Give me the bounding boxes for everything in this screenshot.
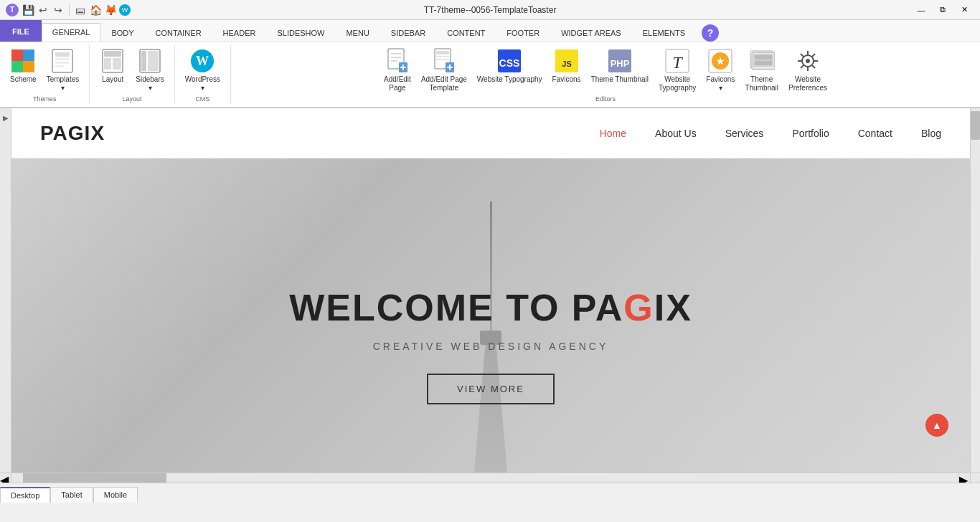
nav-services[interactable]: Services (725, 128, 764, 139)
horizontal-scrollbar[interactable]: ◀ ▶ (0, 473, 980, 483)
add-edit-page-template-button[interactable]: Add/Edit PageTemplate (417, 47, 471, 94)
wordpress-button[interactable]: W WordPress▾ (181, 47, 225, 94)
nav-home[interactable]: Home (600, 128, 626, 139)
title-bar: T 💾 ↩ ↪ 🖴 🏠 🦊 W TT-7theme--0056-Template… (0, 0, 980, 20)
add-edit-page-button[interactable]: Add/EditPage (380, 47, 415, 94)
restore-button[interactable]: ⧉ (933, 3, 953, 17)
svg-point-45 (806, 59, 810, 63)
add-edit-page-template-label: Add/Edit PageTemplate (421, 75, 467, 92)
nav-portfolio[interactable]: Portfolio (792, 128, 829, 139)
website-preferences-icon (795, 48, 821, 74)
editors-group-label: Editors (595, 95, 616, 103)
color-swatch-red (11, 49, 23, 61)
themes-group-label: Themes (33, 95, 57, 103)
svg-rect-2 (55, 58, 70, 60)
add-edit-page-template-icon (431, 48, 457, 74)
website-preferences-button[interactable]: WebsitePreferences (784, 47, 831, 94)
scroll-up-icon: ▲ (932, 419, 942, 431)
layout-group-label: Layout (122, 95, 141, 103)
svg-rect-4 (55, 65, 64, 67)
app-icon: T (6, 4, 19, 16)
svg-text:★: ★ (716, 56, 725, 67)
close-button[interactable]: ✕ (954, 3, 974, 17)
help-button[interactable]: ? (702, 24, 719, 42)
undo-icon[interactable]: ↩ (37, 4, 50, 16)
tab-menu[interactable]: MENU (335, 23, 380, 42)
ribbon-group-cms: W WordPress▾ CMS (175, 45, 231, 104)
svg-rect-8 (113, 58, 121, 70)
svg-rect-7 (104, 58, 111, 70)
home-icon[interactable]: 🏠 (89, 4, 102, 16)
tab-elements[interactable]: ELEMENTS (632, 23, 696, 42)
layout-items: Layout Sidebars▾ (95, 47, 168, 94)
tab-mobile[interactable]: Mobile (93, 487, 138, 503)
sidebars-button[interactable]: Sidebars▾ (131, 47, 168, 94)
view-more-button[interactable]: VIEW MORE (427, 374, 555, 404)
save-icon[interactable]: 💾 (22, 4, 34, 16)
javascript-label: Favicons (552, 75, 581, 84)
tab-container[interactable]: CONTAINER (145, 23, 212, 42)
add-edit-page-icon (385, 48, 410, 74)
tab-header[interactable]: HEADER (212, 23, 267, 42)
fox-icon[interactable]: 🦊 (104, 4, 117, 16)
panel-toggle[interactable]: ▶ (0, 108, 11, 473)
scroll-corner (970, 473, 980, 483)
hscroll-left-btn[interactable]: ◀ (0, 473, 11, 483)
nav-about[interactable]: About Us (655, 128, 697, 139)
hero-text: WELCOME TO PAGIX CREATIVE WEB DESIGN AGE… (289, 286, 692, 404)
ribbon-content: Scheme Templates▾ Themes (0, 42, 980, 107)
scrollbar-thumb-v[interactable] (971, 111, 980, 140)
disk-icon[interactable]: 🖴 (74, 4, 87, 16)
templates-label: Templates▾ (47, 75, 80, 92)
color-swatch-blue (23, 49, 34, 61)
tab-footer[interactable]: FOOTER (496, 23, 550, 42)
add-edit-page-label: Add/EditPage (384, 75, 411, 92)
tab-tablet[interactable]: Tablet (50, 487, 93, 503)
cms-items: W WordPress▾ (181, 47, 225, 94)
editors-items: Add/EditPage Add/Ed (380, 47, 831, 94)
vertical-scrollbar[interactable] (970, 108, 980, 473)
color-grid-icon (11, 49, 34, 72)
javascript-button[interactable]: JS Favicons (548, 47, 585, 85)
window-title: TT-7theme--0056-TemplateToaster (424, 5, 557, 15)
website-typography-button[interactable]: T WebsiteTypography (654, 47, 700, 94)
php-label: Theme Thumbnail (591, 75, 649, 84)
svg-text:CSS: CSS (499, 57, 520, 69)
svg-rect-10 (141, 51, 146, 71)
tab-file[interactable]: FILE (0, 20, 42, 42)
tab-slideshow[interactable]: SLIDESHOW (266, 23, 335, 42)
nav-blog[interactable]: Blog (921, 128, 941, 139)
scroll-up-button[interactable]: ▲ (925, 414, 948, 437)
tab-sidebar[interactable]: SIDEBAR (380, 23, 436, 42)
php-icon: PHP (607, 48, 633, 74)
svg-rect-42 (755, 55, 772, 60)
svg-text:JS: JS (562, 60, 571, 68)
hscroll-right-btn[interactable]: ▶ (958, 473, 970, 483)
minimize-button[interactable]: — (911, 3, 931, 17)
bottom-bar: Desktop Tablet Mobile (0, 483, 980, 503)
wp-icon[interactable]: W (119, 4, 131, 16)
scheme-icon (10, 48, 36, 74)
tab-body[interactable]: BODY (100, 23, 144, 42)
ribbon-group-themes: Scheme Templates▾ Themes (0, 45, 90, 104)
svg-rect-3 (55, 62, 70, 64)
hero-title: WELCOME TO PAGIX (289, 286, 692, 329)
templates-button[interactable]: Templates▾ (42, 47, 84, 94)
scrollbar-thumb-h[interactable] (23, 473, 166, 483)
scheme-button[interactable]: Scheme (6, 47, 41, 85)
layout-button[interactable]: Layout (95, 47, 130, 85)
tab-desktop[interactable]: Desktop (0, 487, 50, 503)
tab-general[interactable]: GENERAL (42, 23, 101, 42)
redo-icon[interactable]: ↪ (52, 4, 65, 16)
favicons-label: Favicons▾ (706, 75, 735, 92)
site-logo: PAGIX (40, 122, 105, 145)
css-button[interactable]: CSS Website Typography (473, 47, 547, 85)
theme-thumbnail-button[interactable]: ThemeThumbnail (740, 47, 783, 94)
php-button[interactable]: PHP Theme Thumbnail (587, 47, 653, 85)
favicons-button[interactable]: ★ Favicons▾ (702, 47, 739, 94)
tab-widget-areas[interactable]: WIDGET AREAS (550, 23, 632, 42)
theme-thumbnail-icon (749, 48, 775, 74)
nav-contact[interactable]: Contact (858, 128, 892, 139)
tab-content[interactable]: CONTENT (436, 23, 496, 42)
window-controls: — ⧉ ✕ (911, 3, 974, 17)
